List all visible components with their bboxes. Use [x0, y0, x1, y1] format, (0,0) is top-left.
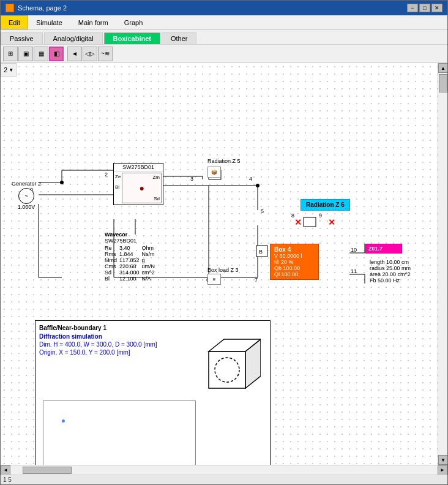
tab-box[interactable]: Box/cabinet: [104, 32, 160, 44]
menu-simulate[interactable]: Simulate: [28, 15, 70, 29]
radiation-z6-component[interactable]: Radiation Z 6: [301, 199, 350, 211]
scroll-left-button[interactable]: ◄: [1, 465, 10, 475]
wavecor-bl-value: 12.100: [117, 276, 140, 282]
sd-symbol: ●: [139, 183, 144, 193]
svg-text:✕: ✕: [328, 217, 335, 227]
svg-point-42: [215, 358, 239, 382]
scroll-thumb[interactable]: [439, 74, 447, 92]
wavecor-label: Wavecor: [105, 231, 155, 238]
title-controls: − □ ✕: [407, 4, 442, 12]
tab-passive[interactable]: Passive: [1, 32, 43, 44]
tab-other[interactable]: Other: [162, 32, 197, 44]
scroll-up-button[interactable]: ▲: [438, 63, 447, 73]
horizontal-scrollbar[interactable]: ◄ ►: [1, 465, 447, 475]
sw275-body: Ze Bl Zm ● Sd: [114, 171, 163, 205]
sw275-label: SW275BD01: [114, 164, 163, 171]
tool-speaker[interactable]: ◁▷: [83, 47, 97, 61]
baffle-inner-box: [43, 400, 196, 465]
box4-ql: Ql 100.00: [274, 271, 315, 277]
svg-rect-21: [304, 217, 316, 227]
tool-grid[interactable]: ⊞: [3, 47, 18, 61]
content-area: 2 ▼: [1, 63, 447, 475]
wavecor-mmd-unit: g: [140, 257, 155, 263]
canvas-container[interactable]: 2 ▼: [1, 63, 438, 465]
svg-text:7: 7: [255, 277, 258, 283]
wavecor-mmd-value: 117.852: [117, 257, 140, 263]
terminal-zm: Zm: [152, 175, 160, 180]
wavecor-cms-row: Cms 220.68 um/N: [105, 263, 155, 269]
terminal-sd: Sd: [154, 196, 160, 201]
status-bar: 1 5: [1, 475, 447, 484]
main-window: Schema, page 2 − □ ✕ Edit Simulate Main …: [0, 0, 448, 485]
svg-text:B: B: [259, 249, 263, 255]
tab-analog[interactable]: Analog/digital: [44, 32, 103, 44]
cube-svg: [193, 333, 261, 397]
scroll-track[interactable]: [438, 73, 447, 455]
wavecor-re-param: Re: [105, 245, 117, 251]
wavecor-rms-unit: Ns/m: [140, 251, 155, 257]
z017-component[interactable]: Z01.7: [365, 244, 402, 254]
svg-text:2: 2: [105, 171, 108, 178]
page-dropdown[interactable]: ▼: [9, 67, 13, 73]
menu-bar: Edit Simulate Main form Graph: [1, 15, 447, 30]
wavecor-mmd-row: Mmd 117.852 g: [105, 257, 155, 263]
tab-bar: Passive Analog/digital Box/cabinet Other: [1, 30, 447, 45]
menu-edit[interactable]: Edit: [1, 15, 28, 29]
wavecor-sd-value: 314.000: [117, 269, 140, 276]
box4-v: V 60.0000 l: [274, 253, 315, 259]
box-load-label: Box load Z 3: [207, 267, 239, 273]
svg-text:✕: ✕: [294, 217, 302, 227]
wavecor-sd-param: Sd: [105, 269, 117, 276]
h-scroll-thumb[interactable]: [23, 467, 72, 474]
baffle-component[interactable]: Baffle/Near-boundary 1 Diffraction simul…: [35, 320, 271, 465]
generator-component[interactable]: Generator 2 ~ 1.000V: [12, 181, 41, 210]
wavecor-bl-param: Bl: [105, 276, 117, 282]
page-number: 2: [4, 66, 7, 73]
h-scroll-track[interactable]: [10, 465, 438, 475]
svg-point-9: [256, 184, 259, 187]
scroll-down-button[interactable]: ▼: [438, 455, 447, 465]
app-icon: [6, 4, 14, 12]
tool-component1[interactable]: ▣: [18, 47, 33, 61]
svg-text:11: 11: [351, 268, 357, 274]
close-button[interactable]: ✕: [431, 4, 442, 12]
window-title: Schema, page 2: [18, 4, 67, 12]
tool-wave[interactable]: ~≋: [98, 47, 113, 61]
wavecor-model: SW275BD01: [105, 238, 155, 244]
tool-box[interactable]: ▦: [34, 47, 48, 61]
tool-active[interactable]: ◧: [49, 47, 64, 61]
tool-arrow-left[interactable]: ◄: [67, 47, 82, 61]
z017-data: length 10.00 cm radius 25.00 mm area 20.…: [370, 259, 411, 284]
menu-main-form[interactable]: Main form: [70, 15, 116, 29]
box4-fill: fill 20 %: [274, 259, 315, 265]
wavecor-info: Wavecor SW275BD01 Re 3.40 Ohm Rms 1.844: [105, 231, 155, 282]
baffle-dot-1: [62, 419, 65, 423]
box4-title: Box 4: [274, 246, 315, 253]
box-load-component[interactable]: ≡: [207, 274, 221, 285]
wavecor-cms-value: 220.68: [117, 263, 140, 269]
sw275-inner: Zm ● Sd: [122, 173, 162, 203]
box4-component[interactable]: Box 4 V 60.0000 l fill 20 % Qb 100.00 Ql…: [270, 244, 319, 280]
z017-title: Z01.7: [368, 246, 399, 252]
radiation-z5-label: Radiation Z 5: [207, 158, 241, 164]
vertical-scrollbar[interactable]: ▲ ▼: [438, 63, 447, 465]
svg-text:10: 10: [351, 247, 357, 253]
radiation-z5-component[interactable]: 📦: [207, 167, 221, 178]
z017-length: length 10.00 cm: [370, 259, 411, 265]
sw275-terminals-left: Ze Bl: [115, 173, 121, 203]
generator-symbol: ~: [18, 188, 34, 204]
sw275-component[interactable]: SW275BD01 Ze Bl Zm ● Sd: [113, 163, 163, 205]
z017-radius: radius 25.00 mm: [370, 265, 411, 271]
wavecor-rms-param: Rms: [105, 251, 117, 257]
svg-text:4: 4: [249, 176, 252, 182]
svg-text:3: 3: [190, 176, 193, 182]
menu-graph[interactable]: Graph: [116, 15, 151, 29]
svg-text:9: 9: [319, 212, 322, 219]
scroll-right-button[interactable]: ►: [438, 465, 447, 475]
wavecor-re-row: Re 3.40 Ohm: [105, 245, 155, 251]
maximize-button[interactable]: □: [419, 4, 430, 12]
page-indicator: 2 ▼: [1, 63, 17, 77]
minimize-button[interactable]: −: [407, 4, 418, 12]
terminal-ze: Ze: [115, 174, 121, 179]
generator-value: 1.000V: [18, 204, 35, 210]
